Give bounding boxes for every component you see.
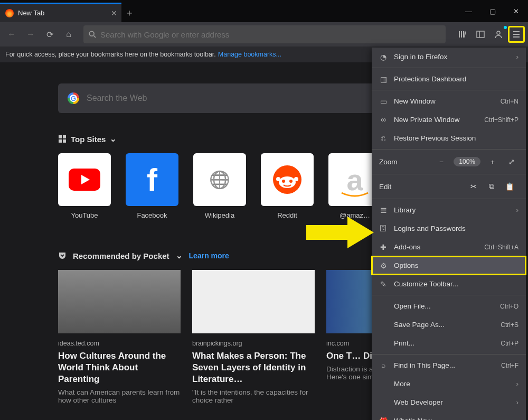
google-icon: [68, 92, 79, 104]
pocket-card[interactable]: brainpickings.org What Makes a Person: T…: [192, 270, 315, 404]
mask-icon: ∞: [379, 116, 388, 124]
new-tab-button[interactable]: ＋: [121, 3, 137, 22]
svg-point-13: [289, 180, 293, 183]
menu-print[interactable]: Print...Ctrl+P: [372, 334, 526, 352]
menu-more[interactable]: More›: [372, 375, 526, 393]
account-icon: ◔: [379, 53, 388, 61]
bookmarks-hint-text: For quick access, place your bookmarks h…: [5, 51, 216, 58]
pocket-card[interactable]: ideas.ted.com How Cultures Around the Wo…: [58, 270, 181, 404]
learn-more-link[interactable]: Learn more: [189, 251, 229, 260]
menu-new-window[interactable]: ▭New WindowCtrl+N: [372, 92, 526, 110]
svg-rect-6: [63, 135, 66, 138]
maximize-button[interactable]: ▢: [480, 0, 504, 22]
tile-wikipedia[interactable]: 🌐Wikipedia: [193, 153, 246, 219]
pocket-icon: [58, 251, 67, 260]
account-button[interactable]: [490, 26, 507, 43]
card-image: [192, 270, 315, 333]
window-icon: ▭: [379, 97, 388, 106]
menu-whats-new[interactable]: 🎁What's New›: [372, 412, 526, 420]
app-menu: ◔Sign in to Firefox› ▥Protections Dashbo…: [372, 48, 526, 420]
puzzle-icon: ✚: [379, 243, 388, 251]
svg-rect-5: [59, 135, 62, 138]
close-tab-icon[interactable]: ✕: [111, 9, 117, 17]
svg-point-0: [89, 31, 94, 36]
minimize-button[interactable]: —: [457, 0, 480, 22]
dashboard-icon: ▥: [379, 75, 388, 83]
chevron-down-icon: ⌄: [176, 251, 183, 260]
search-icon: ⌕: [379, 361, 388, 369]
search-icon: [89, 31, 96, 38]
key-icon: ⚿: [379, 225, 388, 232]
tab-title: New Tab: [18, 9, 111, 17]
fullscreen-button[interactable]: ⤢: [505, 155, 518, 169]
svg-rect-8: [63, 139, 66, 143]
menu-library[interactable]: 𝌆Library›: [372, 201, 526, 219]
brush-icon: ✎: [379, 280, 388, 288]
home-button[interactable]: ⌂: [60, 26, 77, 43]
menu-zoom: Zoom − 100% + ⤢: [372, 151, 526, 172]
chevron-right-icon: ›: [516, 417, 519, 420]
menu-signin[interactable]: ◔Sign in to Firefox›: [372, 48, 526, 66]
titlebar: New Tab ✕ ＋ — ▢ ✕: [0, 0, 528, 22]
restore-icon: ⎌: [379, 134, 388, 142]
window-controls: — ▢ ✕: [457, 0, 528, 22]
menu-open-file[interactable]: Open File...Ctrl+O: [372, 297, 526, 315]
tile-youtube[interactable]: YouTube: [58, 153, 111, 219]
svg-point-14: [276, 177, 280, 181]
svg-point-12: [282, 180, 285, 183]
forward-button[interactable]: →: [22, 26, 39, 43]
back-button[interactable]: ←: [3, 26, 20, 43]
chevron-right-icon: ›: [516, 53, 519, 61]
reload-button[interactable]: ⟳: [41, 26, 58, 43]
tile-facebook[interactable]: fFacebook: [126, 153, 178, 219]
gear-icon: ⚙: [379, 262, 388, 270]
menu-save-page[interactable]: Save Page As...Ctrl+S: [372, 315, 526, 334]
app-menu-button[interactable]: [508, 26, 525, 43]
cut-button[interactable]: ✂: [465, 182, 483, 191]
url-input[interactable]: [100, 30, 440, 39]
menu-options[interactable]: ⚙Options: [372, 256, 526, 275]
svg-line-1: [94, 36, 96, 38]
chevron-right-icon: ›: [516, 398, 519, 406]
zoom-out-button[interactable]: −: [435, 155, 448, 169]
annotation-arrow: [306, 217, 375, 248]
gift-icon: 🎁: [379, 417, 388, 421]
grid-icon: [58, 135, 67, 143]
firefox-icon: [5, 9, 14, 17]
url-bar[interactable]: [83, 25, 446, 43]
menu-protections[interactable]: ▥Protections Dashboard: [372, 70, 526, 88]
menu-addons[interactable]: ✚Add-onsCtrl+Shift+A: [372, 238, 526, 256]
menu-new-private[interactable]: ∞New Private WindowCtrl+Shift+P: [372, 110, 526, 129]
browser-tab[interactable]: New Tab ✕: [0, 3, 121, 22]
chevron-down-icon: ⌄: [110, 134, 117, 144]
menu-logins[interactable]: ⚿Logins and Passwords: [372, 219, 526, 238]
notification-dot: [504, 26, 507, 29]
svg-point-4: [497, 31, 500, 34]
sidebar-button[interactable]: [472, 26, 489, 43]
navigation-toolbar: ← → ⟳ ⌂: [0, 22, 528, 46]
chevron-right-icon: ›: [516, 380, 519, 388]
chevron-right-icon: ›: [516, 206, 519, 214]
menu-web-developer[interactable]: Web Developer›: [372, 393, 526, 412]
svg-rect-7: [59, 139, 62, 143]
svg-point-15: [294, 177, 298, 181]
menu-customize[interactable]: ✎Customize Toolbar...: [372, 275, 526, 293]
card-image: [58, 270, 181, 333]
menu-restore[interactable]: ⎌Restore Previous Session: [372, 129, 526, 147]
paste-button[interactable]: 📋: [501, 182, 518, 191]
menu-edit: Edit ✂ ⧉ 📋: [372, 176, 526, 197]
tile-reddit[interactable]: Reddit: [261, 153, 314, 219]
zoom-in-button[interactable]: +: [486, 155, 499, 169]
close-window-button[interactable]: ✕: [504, 0, 528, 22]
menu-find[interactable]: ⌕Find in This Page...Ctrl+F: [372, 356, 526, 375]
library-icon: 𝌆: [379, 206, 388, 214]
library-button[interactable]: [454, 26, 471, 43]
svg-rect-2: [477, 31, 484, 38]
zoom-level[interactable]: 100%: [454, 157, 480, 166]
copy-button[interactable]: ⧉: [483, 182, 501, 191]
manage-bookmarks-link[interactable]: Manage bookmarks...: [218, 51, 281, 58]
